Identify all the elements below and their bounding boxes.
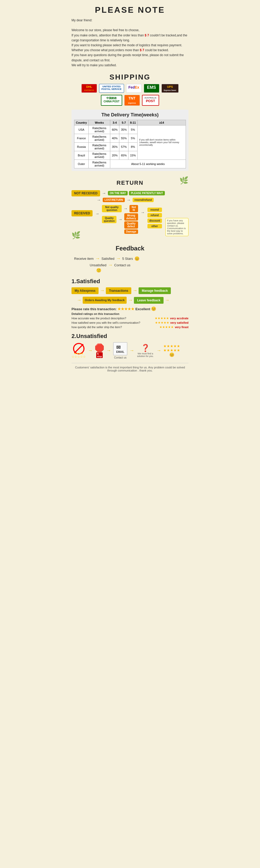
quality-question-box: Quality question — [102, 216, 116, 223]
unsatisfied-section: 2.Unsatisfied ★★★★ ☆☆☆☆☆ → 🛑 Nstop → — [71, 333, 189, 372]
arrow-icon: → — [118, 217, 123, 222]
arrow-icon: → — [116, 256, 121, 261]
stars-result-item: ★★★★★ ★★★★★ 😊 — [163, 344, 180, 357]
col-5-7: 5-7 — [119, 120, 128, 125]
rate-value-2: very satisfied — [170, 321, 189, 324]
happy-result-emoji: 😊 — [169, 352, 174, 357]
arrow-icon: → — [100, 288, 105, 293]
quality-defect-box: Quality defect — [124, 221, 138, 229]
rate-title-label: Please rate this transaction: — [71, 307, 116, 311]
chinapost-logo: 中国邮政CHINA POST — [101, 95, 122, 106]
rate-row-3: how quickly did the seller ship the item… — [71, 325, 189, 329]
rate-row-1: How accurate was the product description… — [71, 316, 189, 320]
col-country: Country — [75, 120, 89, 125]
unsat-diagram: ★★★★ ☆☆☆☆☆ → 🛑 Nstop → ✉ EMAIL Contact u… — [71, 342, 189, 359]
return-title: RETURN — [71, 180, 189, 186]
stop-label: Nstop — [96, 352, 103, 358]
received-box: RECEIVED — [71, 210, 92, 216]
outcome-resend: resend — [147, 208, 162, 212]
wrong-delivery-box: Wrong delivery — [124, 213, 138, 221]
arrow-icon: → — [128, 298, 133, 303]
satisfied-section: 1.Satisfied My Aliexpress → Transactions… — [71, 278, 189, 329]
table-row: Outer Rate(Items arrived) About 5-11 wor… — [75, 159, 186, 168]
transaction-flow-2: → Orders Awaiting My feedback → Leave fe… — [77, 297, 189, 304]
stars-2: ★★★★★ — [155, 321, 169, 324]
arrow-icon: → — [88, 348, 92, 353]
sad-emoji: 🙁 — [96, 268, 102, 273]
five-stars-label: 5 Stars — [122, 257, 133, 260]
shipping-title: SHIPPING — [71, 73, 189, 81]
rate-row-2: How satisfied were you with the sell's c… — [71, 321, 189, 324]
delivery-title: The Delivery Time(weeks) — [74, 112, 186, 118]
arrow-icon: → — [95, 256, 100, 261]
greeting: My dear friend: — [71, 18, 189, 23]
outcome-other: other — [147, 224, 162, 228]
delivery-table: Country Weeks 3-4 5-7 8-11 ≥14 USA Rate(… — [74, 120, 186, 168]
resend-refund-box: resend/refund — [133, 198, 154, 202]
arrow-icon: → — [77, 298, 81, 303]
footer-note: Customers' satisfaction is the most impo… — [71, 363, 189, 372]
on-the-way-box: ON THE WAY — [108, 191, 128, 195]
lost-return-box: LOST/RETURN — [103, 198, 125, 202]
my-aliexpress-btn: My Aliexpress — [71, 287, 98, 294]
dhl-logo: DHLEXPRESS — [81, 84, 97, 93]
delivery-section: The Delivery Time(weeks) Country Weeks 3… — [71, 110, 189, 171]
damage-box: Damage — [124, 229, 138, 234]
highlight-amount-1: $ 7 — [145, 33, 149, 37]
arrow-icon: → — [140, 210, 145, 215]
fedex-logo: FedEx — [126, 84, 142, 93]
arrow-icon: → — [106, 348, 111, 353]
envelope-icon: ✉ — [116, 344, 121, 350]
satisfied-heading: 1.Satisfied — [71, 278, 189, 285]
arrow-icon: → — [95, 212, 100, 216]
rate-value-1: very accdrate — [170, 317, 189, 320]
arrow-icon: → — [108, 262, 113, 268]
col-8-11: 8-11 — [128, 120, 138, 125]
arrow-icon: → — [156, 348, 161, 353]
feedback-unsatisfied-row: Unsatisfied → Contact us — [90, 262, 189, 268]
transaction-flow-1: My Aliexpress → Transactions → Manage fe… — [71, 287, 189, 294]
shipping-logos: DHLEXPRESS UNITED STATESPOSTAL SERVICE F… — [71, 84, 189, 106]
email-box: ✉ EMAIL — [113, 342, 127, 355]
shipping-section: SHIPPING DHLEXPRESS UNITED STATESPOSTAL … — [71, 73, 189, 106]
usps-logo: UNITED STATESPOSTAL SERVICE — [99, 84, 124, 93]
arrow-icon: → — [129, 348, 134, 353]
contact-us-label: Contact us — [114, 263, 130, 267]
rate-value-3: very firast — [175, 326, 189, 329]
please-wait-box: PLEASE PATIENTLY WAIT — [129, 191, 165, 195]
not-quality-box: Not quality question — [102, 205, 122, 212]
ems-logo: EMS — [144, 84, 160, 93]
stop-icon: 🛑 — [95, 343, 104, 352]
transactions-btn: Transactions — [106, 287, 131, 294]
col-ge14: ≥14 — [138, 120, 186, 125]
info-bubble: if you have any question, please contact… — [165, 218, 189, 236]
stop-sign-item: 🛑 Nstop — [95, 343, 104, 358]
no-sign-item: ★★★★ ☆☆☆☆☆ — [71, 343, 86, 359]
return-section: 🌿 RETURN NOT RECEIVED → ON THE WAY PLEAS… — [71, 176, 189, 240]
arrow-icon: → — [123, 206, 128, 211]
note-body: My dear friend: Welcome to our store, pl… — [71, 18, 189, 68]
good-stars: ★★★★★ — [163, 344, 180, 348]
question-icon: ❓ — [141, 344, 150, 352]
receive-item-label: Receive item — [74, 257, 94, 260]
stars-1: ★★★★★ — [155, 316, 169, 320]
outcome-discount: discount — [147, 218, 162, 223]
table-row: USA Rate(Items arrived) 60% 35% 5% if yo… — [75, 125, 186, 134]
outcome-refund: refund — [147, 213, 162, 217]
leaf-right-icon: 🌿 — [179, 176, 189, 185]
please-note-section: PLEASE NOTE My dear friend: Welcome to o… — [71, 5, 189, 68]
please-note-title: PLEASE NOTE — [71, 5, 189, 15]
col-weeks: Weeks — [89, 120, 110, 125]
col-3-4: 3-4 — [110, 120, 119, 125]
question-item: ❓ We must find a solution for you. — [136, 344, 154, 358]
stars-3: ★★★★★ — [160, 325, 174, 329]
happy-emoji: 😊 — [135, 256, 140, 261]
auspost-logo: AUSTRALIAPOST — [142, 95, 159, 106]
arrow-icon: → — [165, 298, 170, 303]
email-item: ✉ EMAIL Contact us — [113, 342, 127, 359]
manage-feedback-btn: Manage feedback — [139, 287, 171, 294]
tnt-logo: TNTexpress — [124, 95, 140, 106]
unsatisfied-label: Unsatisfied — [90, 263, 106, 267]
highlight-amount-2: $ 7 — [140, 48, 144, 52]
arrow-icon: → — [96, 198, 102, 203]
